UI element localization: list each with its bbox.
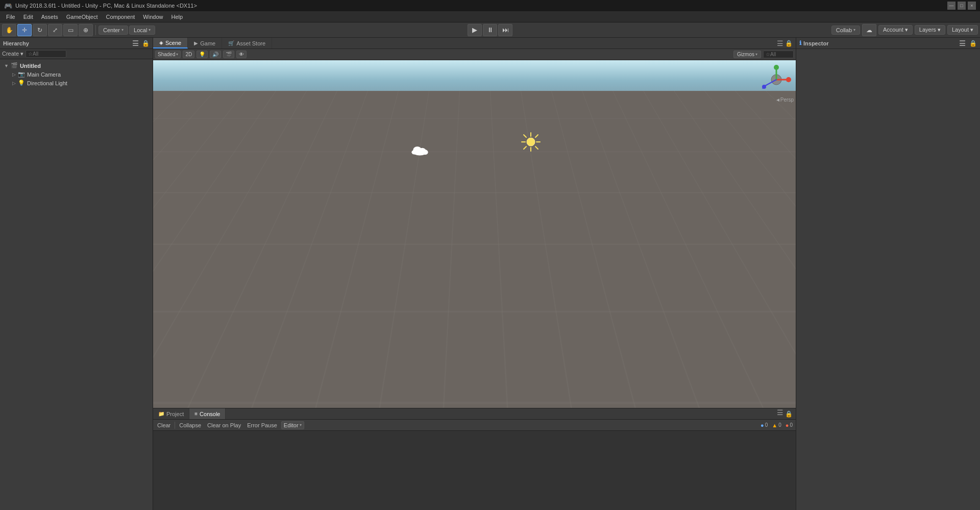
hierarchy-menu-button[interactable]: ☰ xyxy=(132,39,139,47)
view-tabs: ◈ Scene ▶ Game 🛒 Asset Store ☰ 🔒 xyxy=(153,38,796,49)
cloud-button[interactable]: ☁ xyxy=(862,24,876,36)
error-count: 0 xyxy=(790,422,793,428)
minimize-button[interactable]: — xyxy=(947,2,955,10)
cloud-icon xyxy=(411,144,429,156)
menu-file[interactable]: File xyxy=(2,13,19,21)
warning-icon: ▲ xyxy=(772,422,777,428)
pivot-mode-button[interactable]: Center ▾ xyxy=(99,26,128,35)
console-tab-icon: ≡ xyxy=(194,411,198,417)
menu-gameobject[interactable]: GameObject xyxy=(62,13,102,21)
move-tool-button[interactable]: ✛ xyxy=(17,24,32,36)
account-label: Account ▾ xyxy=(883,27,908,33)
scene-tab-label: Scene xyxy=(165,40,181,46)
expand-arrow-icon: ▼ xyxy=(4,63,9,68)
editor-label: Editor xyxy=(284,422,299,428)
main-camera-item[interactable]: ▷ 📷 Main Camera xyxy=(0,70,153,79)
maximize-button[interactable]: □ xyxy=(958,2,966,10)
rect-tool-button[interactable]: ▭ xyxy=(63,24,78,36)
step-button[interactable]: ⏭ xyxy=(498,24,512,36)
camera-label: Main Camera xyxy=(27,71,61,78)
2d-toggle[interactable]: 2D xyxy=(183,51,194,58)
game-tab[interactable]: ▶ Game xyxy=(188,38,222,48)
account-button[interactable]: Account ▾ xyxy=(878,25,913,35)
lighting-toggle[interactable]: 💡 xyxy=(197,51,208,58)
menu-edit[interactable]: Edit xyxy=(19,13,37,21)
scale-tool-button[interactable]: ⤢ xyxy=(48,24,62,36)
audio-toggle[interactable]: 🔊 xyxy=(210,51,221,58)
gizmos-label: Gizmos xyxy=(737,52,754,57)
effects-toggle[interactable]: 🎬 xyxy=(223,51,234,58)
menu-assets[interactable]: Assets xyxy=(37,13,62,21)
transform-tool-button[interactable]: ⊕ xyxy=(79,24,93,36)
error-pause-button[interactable]: Error Pause xyxy=(245,422,279,429)
main-layout: Hierarchy ☰ 🔒 Create ▾ ▼ 🎬 Untitled ▷ 📷 … xyxy=(0,38,980,510)
hierarchy-search[interactable] xyxy=(26,50,66,58)
menu-bar: File Edit Assets GameObject Component Wi… xyxy=(0,11,980,22)
project-tab-icon: 📁 xyxy=(158,411,164,417)
bottom-tabs: 📁 Project ≡ Console ☰ 🔒 xyxy=(153,408,796,420)
inspector-lock-button[interactable]: 🔒 xyxy=(969,40,977,47)
center-panel-menu-button[interactable]: ☰ xyxy=(777,39,783,47)
inspector-icon: ℹ xyxy=(799,40,801,46)
play-button[interactable]: ▶ xyxy=(468,24,482,36)
hierarchy-title: Hierarchy xyxy=(3,40,29,46)
layout-button[interactable]: Layout ▾ xyxy=(947,25,978,35)
scene-name: Untitled xyxy=(20,63,41,69)
menu-help[interactable]: Help xyxy=(167,13,187,21)
clear-button[interactable]: Clear xyxy=(155,422,173,429)
clear-on-play-button[interactable]: Clear on Play xyxy=(205,422,243,429)
create-button[interactable]: Create ▾ xyxy=(2,51,23,57)
info-counter[interactable]: ● 0 xyxy=(760,422,769,428)
editor-dropdown[interactable]: Editor ▾ xyxy=(281,421,304,429)
collapse-button[interactable]: Collapse xyxy=(177,422,203,429)
unity-icon: 🎮 xyxy=(4,2,12,10)
menu-window[interactable]: Window xyxy=(139,13,167,21)
svg-point-0 xyxy=(527,138,535,146)
hierarchy-lock-button[interactable]: 🔒 xyxy=(142,40,150,47)
warning-counter[interactable]: ▲ 0 xyxy=(771,422,782,428)
menu-component[interactable]: Component xyxy=(102,13,139,21)
center-panel: ◈ Scene ▶ Game 🛒 Asset Store ☰ 🔒 xyxy=(153,38,796,510)
layers-label: Layers ▾ xyxy=(919,27,941,33)
main-content: ◈ Scene ▶ Game 🛒 Asset Store ☰ 🔒 xyxy=(153,38,796,510)
play-controls: ▶ ⏸ ⏭ xyxy=(468,24,512,36)
scene-gizmo[interactable]: x z xyxy=(761,64,792,95)
svg-point-12 xyxy=(411,150,417,154)
console-counters: ● 0 ▲ 0 ● 0 xyxy=(760,422,794,428)
inspector-title: Inspector xyxy=(803,40,829,46)
hierarchy-panel: Hierarchy ☰ 🔒 Create ▾ ▼ 🎬 Untitled ▷ 📷 … xyxy=(0,38,153,510)
center-panel-lock-button[interactable]: 🔒 xyxy=(785,40,793,47)
console-toolbar: Clear Collapse Clear on Play Error Pause… xyxy=(153,420,796,431)
svg-line-8 xyxy=(524,147,526,149)
bottom-panel-lock-button[interactable]: 🔒 xyxy=(785,408,793,419)
pause-button[interactable]: ⏸ xyxy=(483,24,497,36)
scene-tab[interactable]: ◈ Scene xyxy=(153,38,188,48)
asset-store-tab-icon: 🛒 xyxy=(228,40,234,46)
bottom-panel-menu-button[interactable]: ☰ xyxy=(777,408,783,419)
rotate-tool-button[interactable]: ↻ xyxy=(33,24,47,36)
gizmos-button[interactable]: Gizmos ▾ xyxy=(733,51,761,58)
layers-button[interactable]: Layers ▾ xyxy=(915,25,945,35)
coord-system-button[interactable]: Local ▾ xyxy=(129,26,155,35)
svg-point-19 xyxy=(774,65,779,70)
close-button[interactable]: × xyxy=(968,2,976,10)
window-controls: — □ × xyxy=(947,2,976,10)
error-counter[interactable]: ● 0 xyxy=(785,422,794,428)
inspector-menu-button[interactable]: ☰ xyxy=(959,39,966,47)
layout-label: Layout ▾ xyxy=(952,27,973,33)
scene-search-input[interactable] xyxy=(763,51,794,58)
console-tab[interactable]: ≡ Console xyxy=(189,408,226,419)
hand-tool-button[interactable]: ✋ xyxy=(2,24,16,36)
light-label: Directional Light xyxy=(27,80,67,86)
scene-root-item[interactable]: ▼ 🎬 Untitled xyxy=(0,61,153,70)
scene-vis-toggle[interactable]: 👁 xyxy=(236,51,247,58)
console-tab-label: Console xyxy=(200,411,220,417)
shading-mode-dropdown[interactable]: Shaded ▾ xyxy=(155,51,181,58)
scene-grid xyxy=(153,91,796,408)
directional-light-item[interactable]: ▷ 💡 Directional Light xyxy=(0,79,153,87)
collab-button[interactable]: Collab ▾ xyxy=(831,26,860,35)
game-tab-label: Game xyxy=(200,40,215,46)
project-tab[interactable]: 📁 Project xyxy=(153,408,189,419)
error-icon: ● xyxy=(786,422,789,428)
asset-store-tab[interactable]: 🛒 Asset Store xyxy=(222,38,272,48)
